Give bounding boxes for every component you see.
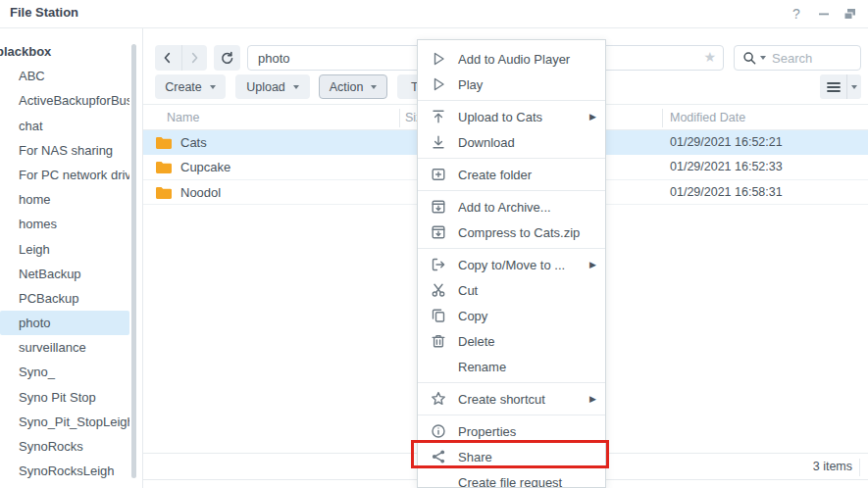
menu-item-label: Create folder — [458, 168, 532, 182]
submenu-arrow-icon: ▶ — [589, 394, 596, 404]
copy-icon — [431, 308, 447, 324]
menu-item-share[interactable]: Share — [418, 444, 605, 469]
view-mode-caret-icon — [851, 85, 857, 89]
menu-item-label: Add to Archive... — [458, 200, 551, 215]
menu-item-properties[interactable]: Properties — [418, 418, 605, 444]
menu-separator — [418, 190, 605, 191]
app-title: File Station — [10, 5, 78, 20]
menu-item-label: Copy — [458, 309, 487, 323]
back-button[interactable] — [155, 45, 181, 71]
sidebar-item-synorocks[interactable]: SynoRocks — [0, 434, 129, 459]
menu-separator — [418, 382, 605, 383]
menu-separator — [418, 158, 605, 159]
menu-item-create-shortcut[interactable]: Create shortcut ▶ — [418, 386, 605, 412]
menu-item-label: Play — [458, 77, 483, 92]
refresh-icon — [220, 51, 234, 66]
menu-item-label: Create shortcut — [458, 392, 545, 407]
view-mode-button[interactable] — [820, 74, 861, 99]
create-button[interactable]: Create — [155, 74, 226, 99]
share-icon — [431, 449, 447, 465]
menu-item-label: Upload to Cats — [458, 110, 542, 124]
sidebar-item-syno[interactable]: Syno_ — [0, 360, 129, 384]
column-divider[interactable] — [399, 109, 400, 127]
statusbar-divider — [859, 459, 860, 476]
star-outline-icon — [431, 391, 447, 408]
sidebar-item-activebackup[interactable]: ActiveBackupforBusir — [0, 88, 129, 113]
menu-item-label: Create file request — [458, 475, 562, 488]
minimize-button[interactable] — [813, 4, 835, 24]
help-button[interactable]: ? — [786, 4, 807, 24]
column-divider[interactable] — [662, 109, 663, 127]
restore-button[interactable] — [839, 4, 860, 24]
upload-button[interactable]: Upload — [235, 74, 310, 99]
menu-separator — [418, 415, 605, 415]
sidebar-item-for-nas-sharing[interactable]: For NAS sharing — [0, 138, 129, 163]
menu-item-copy[interactable]: Copy — [418, 303, 605, 328]
column-header-modified-date[interactable]: Modified Date — [670, 105, 745, 131]
sidebar-item-syno-pit-stopleigh[interactable]: Syno_Pit_StopLeigh — [0, 410, 129, 434]
chevron-right-icon — [187, 51, 201, 65]
menu-item-cut[interactable]: Cut — [418, 277, 605, 303]
archive-icon — [431, 199, 447, 216]
file-modified-date: 01/29/2021 16:52:33 — [670, 155, 783, 179]
forward-button[interactable] — [181, 45, 208, 71]
sidebar-item-syno-pit-stop[interactable]: Syno Pit Stop — [0, 385, 129, 410]
sidebar-item-blackbox[interactable]: blackbox — [0, 39, 126, 64]
menu-item-add-to-audio-player[interactable]: Add to Audio Player — [418, 46, 605, 72]
file-modified-date: 01/29/2021 16:52:21 — [670, 130, 783, 155]
sidebar-item-for-pc-network-drive[interactable]: For PC network drive — [0, 163, 129, 187]
menu-item-play[interactable]: Play — [418, 72, 605, 97]
folder-icon — [155, 160, 173, 174]
sidebar-folder-list: blackbox ABC ActiveBackupforBusir chat F… — [0, 39, 143, 483]
trash-icon — [431, 333, 447, 350]
refresh-button[interactable] — [214, 45, 240, 71]
list-view-icon — [826, 80, 842, 94]
sidebar-item-surveillance[interactable]: surveillance — [0, 335, 129, 360]
no-icon-spacer — [431, 474, 447, 488]
menu-item-delete[interactable]: Delete — [418, 328, 605, 354]
sidebar-item-home[interactable]: home — [0, 187, 129, 212]
menu-item-create-file-request[interactable]: Create file request — [418, 469, 605, 488]
menu-item-add-to-archive[interactable]: Add to Archive... — [418, 194, 605, 220]
sidebar-item-homes[interactable]: homes — [0, 212, 129, 236]
sidebar-item-leigh[interactable]: Leigh — [0, 237, 129, 262]
chevron-left-icon — [161, 51, 175, 65]
menu-item-create-folder[interactable]: Create folder — [418, 162, 605, 187]
sidebar-item-netbackup[interactable]: NetBackup — [0, 262, 129, 286]
sidebar-item-abc[interactable]: ABC — [0, 64, 129, 88]
file-name: Cats — [180, 130, 207, 155]
menu-item-upload-to-cats[interactable]: Upload to Cats ▶ — [418, 104, 605, 129]
menu-item-rename[interactable]: Rename — [418, 354, 605, 379]
menu-item-label: Copy to/Move to ... — [458, 258, 565, 272]
folder-plus-icon — [431, 167, 447, 183]
minimize-icon — [818, 8, 830, 20]
favorite-star-icon[interactable]: ★ — [703, 49, 716, 65]
archive-icon — [431, 224, 447, 241]
menu-item-download[interactable]: Download — [418, 129, 605, 155]
sidebar-item-pcbackup[interactable]: PCBackup — [0, 286, 129, 311]
sidebar-item-synorocksleigh[interactable]: SynoRocksLeigh — [0, 459, 129, 483]
file-name: Noodol — [180, 180, 221, 205]
menu-item-label: Delete — [458, 334, 495, 349]
download-icon — [431, 134, 447, 151]
menu-item-label: Rename — [458, 360, 506, 374]
menu-separator — [418, 248, 605, 249]
file-station-window: File Station ? blackbox ABC ActiveBackup… — [0, 0, 868, 488]
search-icon — [742, 51, 757, 66]
menu-item-compress-to-zip[interactable]: Compress to Cats.zip — [418, 220, 605, 245]
sidebar-scrollbar[interactable] — [131, 44, 136, 478]
menu-item-label: Properties — [458, 424, 516, 439]
sidebar-item-chat[interactable]: chat — [0, 114, 129, 138]
file-name: Cupcake — [180, 155, 230, 179]
search-options-caret-icon[interactable] — [760, 56, 766, 60]
chevron-down-icon — [371, 85, 377, 89]
sidebar-item-photo[interactable]: photo — [0, 311, 129, 335]
no-icon-spacer — [431, 359, 447, 375]
action-button[interactable]: Action — [319, 74, 387, 99]
upload-icon — [431, 109, 447, 125]
menu-item-label: Share — [458, 450, 492, 464]
context-menu: Add to Audio Player Play Upload to Cats … — [417, 39, 606, 488]
column-header-name[interactable]: Name — [167, 105, 199, 131]
menu-item-copy-to-move-to[interactable]: Copy to/Move to ... ▶ — [418, 252, 605, 277]
search-input[interactable] — [772, 51, 854, 66]
